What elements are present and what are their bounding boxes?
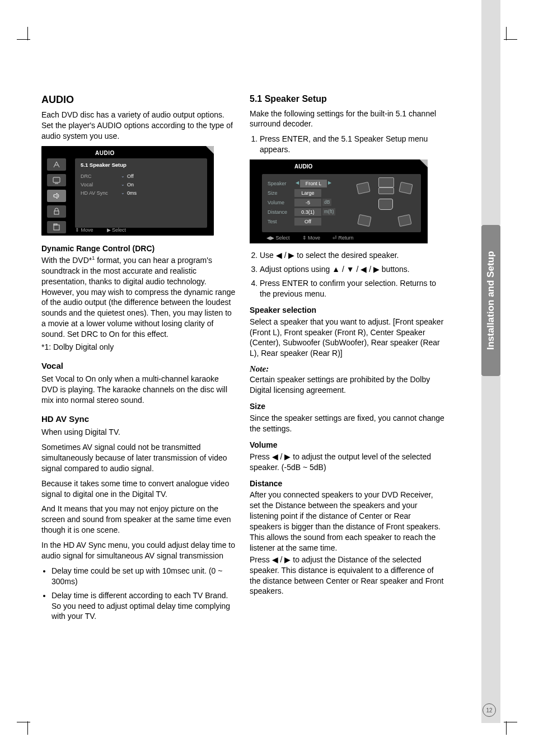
note-label: Note: [250, 363, 444, 374]
size-heading: Size [250, 401, 444, 412]
osd-highlight: 5.1 Speaker Setup [81, 162, 202, 169]
osd-panel: 5.1 Speaker Setup DRC ⌄ Off Vocal ⌄ On H… [75, 158, 207, 228]
speaker-steps: Press ENTER, and the 5.1 Speaker Setup m… [260, 134, 444, 155]
osd-title: AUDIO [95, 149, 115, 157]
audio-menu-screenshot: AUDIO 5.1 Speaker Setup DRC ⌄ Off [41, 146, 214, 236]
right-icon: ▶ [373, 265, 380, 274]
left-icon: ◀ [272, 452, 278, 461]
foot-move: ⇕ Move [302, 234, 321, 241]
diagram-sofa-icon [378, 199, 393, 210]
crop-mark [17, 39, 30, 40]
right-icon: ▶ [284, 555, 291, 564]
osd2-settings: Speaker ◀ Front L ▶ Size Large Volume -5… [268, 179, 346, 226]
right-column: 5.1 Speaker Setup Make the following set… [250, 93, 444, 626]
foot-return: ⏎ Return [332, 234, 354, 241]
speaker-selection-body: Select a speaker that you want to adjust… [250, 317, 444, 359]
note-body: Certain speaker settings are prohibited … [250, 374, 444, 396]
osd-row-hdav: HD AV Sync ⌄ 0ms [81, 189, 202, 198]
dogear-icon [420, 159, 428, 167]
osd-footer: ⇕ Move ▶ Select [75, 227, 207, 233]
svg-rect-3 [54, 224, 57, 225]
foot-select: ▶ Select [107, 227, 127, 233]
svg-rect-2 [54, 225, 59, 230]
side-gray-bar-top [481, 0, 500, 225]
foot-move: ⇕ Move [75, 227, 93, 233]
section-tab: Installation and Setup [481, 225, 500, 376]
distance-body-2: Press ◀ / ▶ to adjust the Distance of th… [250, 555, 444, 597]
down-icon: ▼ [346, 265, 354, 274]
osd2-footer: ◀▶ Select ⇕ Move ⏎ Return [266, 234, 421, 241]
step-2: Use ◀ / ▶ to select the desired speaker. [260, 250, 444, 261]
speaker-steps-cont: Use ◀ / ▶ to select the desired speaker.… [260, 250, 444, 299]
side-gray-bar-bottom [481, 376, 500, 723]
left-icon: ◀ [272, 555, 278, 564]
row-test: Test Off [268, 217, 346, 226]
nav-audio-icon [47, 190, 66, 202]
crop-mark [27, 27, 28, 40]
diagram-front-r-icon [399, 182, 413, 194]
updown-icon: ⇕ [75, 227, 79, 233]
crop-mark [506, 721, 507, 735]
diagram-center-icon [378, 177, 394, 187]
crop-mark [504, 722, 517, 722]
nav-lock-icon [47, 205, 66, 218]
diagram-rear-l-icon [357, 214, 371, 227]
vocal-body: Set Vocal to On only when a multi-channe… [41, 374, 236, 406]
distance-body-1: After you connected speakers to your DVD… [250, 490, 444, 553]
osd-row-drc: DRC ⌄ Off [81, 172, 202, 181]
speaker-intro: Make the following settings for the buil… [250, 109, 444, 130]
volume-body: Press ◀ / ▶ to adjust the output level o… [250, 452, 444, 473]
left-column: AUDIO Each DVD disc has a variety of aud… [41, 93, 236, 626]
size-body: Since the speaker settings are fixed, yo… [250, 413, 444, 434]
hdav-p2: Sometimes AV signal could not be transmi… [41, 442, 236, 474]
diagram-sub-icon [378, 187, 394, 194]
chevron-icon: ⌄ [121, 182, 125, 188]
osd-nav [47, 158, 69, 233]
step-3: Adjust options using ▲ / ▼ / ◀ / ▶ butto… [260, 264, 444, 275]
chevron-icon: ⌄ [121, 173, 125, 180]
left-icon: ◀ [276, 251, 282, 260]
osd-row-vocal: Vocal ⌄ On [81, 181, 202, 189]
audio-intro: Each DVD disc has a variety of audio out… [41, 110, 236, 142]
hdav-bullets: Delay time could be set up with 10msec u… [51, 566, 236, 622]
right-icon: ▶ [327, 180, 332, 186]
row-distance: Distance 0.3(1) m(ft) [268, 207, 346, 217]
foot-select: ◀▶ Select [266, 234, 290, 241]
drc-body: With the DVD*1 format, you can hear a pr… [41, 255, 236, 340]
row-volume: Volume -5 dB [268, 198, 346, 207]
drc-heading: Dynamic Range Control (DRC) [41, 243, 236, 254]
step-1: Press ENTER, and the 5.1 Speaker Setup m… [260, 134, 444, 155]
osd2-panel: Speaker ◀ Front L ▶ Size Large Volume -5… [262, 174, 421, 232]
hdav-heading: HD AV Sync [41, 414, 236, 425]
hdav-p1: When using Digital TV. [41, 427, 236, 438]
drc-footnote: *1: Dolby Digital only [41, 342, 236, 353]
crop-mark [506, 27, 507, 40]
page-number: 12 [483, 703, 496, 717]
nav-language-icon [47, 158, 66, 171]
heading-audio: AUDIO [41, 93, 236, 106]
speaker-selection-heading: Speaker selection [250, 305, 444, 316]
svg-rect-1 [54, 211, 59, 214]
step-4: Press ENTER to confirm your selection. R… [260, 278, 444, 299]
nav-display-icon [47, 174, 66, 186]
chevron-icon: ⌄ [121, 190, 125, 196]
left-icon: ◀ [360, 265, 367, 274]
nav-others-icon [47, 221, 66, 233]
updown-icon: ⇕ [302, 235, 307, 241]
hdav-p4: And It means that you may not enjoy pict… [41, 504, 236, 536]
diagram-rear-r-icon [397, 214, 411, 227]
return-icon: ⏎ [332, 235, 337, 241]
speaker-menu-screenshot: AUDIO Speaker ◀ Front L ▶ Size Large Vol… [250, 159, 428, 243]
diagram-front-l-icon [356, 182, 370, 194]
up-icon: ▲ [332, 265, 340, 274]
left-icon: ◀ [294, 180, 300, 186]
heading-speaker-setup: 5.1 Speaker Setup [250, 93, 444, 105]
hdav-bullet-1: Delay time could be set up with 10msec u… [51, 566, 236, 587]
hdav-p5: In the HD AV Sync menu, you could adjust… [41, 540, 236, 561]
crop-mark [504, 39, 517, 40]
volume-heading: Volume [250, 440, 444, 450]
hdav-bullet-2: Delay time is different according to eac… [51, 590, 236, 622]
crop-mark [17, 722, 30, 722]
svg-rect-0 [53, 177, 60, 182]
row-speaker: Speaker ◀ Front L ▶ [268, 179, 346, 188]
